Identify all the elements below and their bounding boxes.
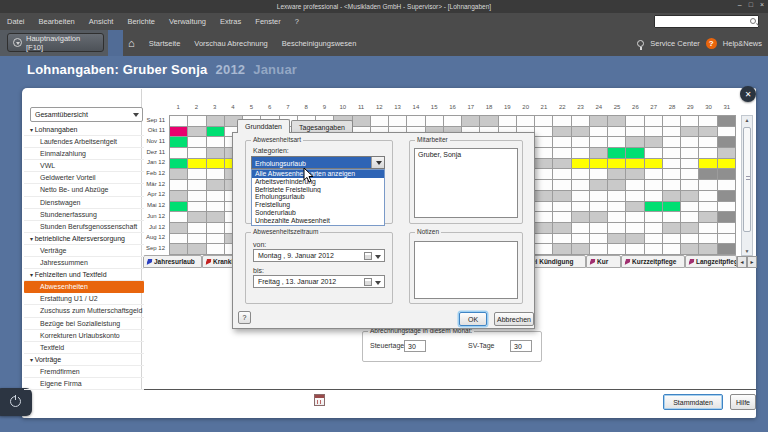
calendar-cell[interactable]: [170, 223, 187, 233]
calendar-cell[interactable]: [681, 137, 698, 147]
calendar-cell[interactable]: [718, 159, 735, 169]
calendar-cell[interactable]: [608, 223, 625, 233]
calendar-cell[interactable]: [553, 127, 570, 137]
bis-datefield[interactable]: Freitag , 13. Januar 2012: [253, 275, 385, 288]
calendar-cell[interactable]: [590, 116, 607, 126]
calendar-cell[interactable]: [663, 212, 680, 222]
dropdown-option-6[interactable]: Unbezahlte Abwesenheit: [252, 217, 384, 225]
calendar-cell[interactable]: [353, 116, 370, 126]
scrollbar-thumb[interactable]: [743, 127, 751, 232]
calendar-cell[interactable]: [590, 127, 607, 137]
notes-textarea[interactable]: [414, 241, 518, 299]
calendar-cell[interactable]: [681, 202, 698, 212]
calendar-cell[interactable]: [572, 202, 589, 212]
calendar-cell[interactable]: [590, 212, 607, 222]
sidebar-item-einmalzahlung[interactable]: Einmalzahlung: [24, 148, 144, 160]
calendar-cell[interactable]: [626, 116, 643, 126]
calendar-cell[interactable]: [590, 202, 607, 212]
panel-close-button[interactable]: ✕: [740, 86, 756, 102]
calendar-cell[interactable]: [718, 223, 735, 233]
calendar-cell[interactable]: [663, 159, 680, 169]
menu-item-verwaltung[interactable]: Verwaltung: [162, 13, 213, 30]
calendar-cell[interactable]: [718, 202, 735, 212]
mini-calendar-icon[interactable]: [314, 394, 325, 406]
calendar-cell[interactable]: [371, 116, 388, 126]
calendar-cell[interactable]: [188, 180, 205, 190]
calendar-cell[interactable]: [681, 148, 698, 158]
calendar-cell[interactable]: [535, 148, 552, 158]
calendar-scrollbar[interactable]: ▲ ▼: [741, 115, 753, 256]
calendar-cell[interactable]: [626, 137, 643, 147]
employee-item[interactable]: Gruber, Sonja: [418, 151, 461, 158]
calendar-cell[interactable]: [699, 159, 716, 169]
calendar-cell[interactable]: [663, 180, 680, 190]
search-input[interactable]: [654, 15, 759, 28]
calendar-cell[interactable]: [553, 202, 570, 212]
calendar-cell[interactable]: [608, 234, 625, 244]
calendar-cell[interactable]: [535, 137, 552, 147]
calendar-cell[interactable]: [188, 244, 205, 254]
calendar-cell[interactable]: [572, 159, 589, 169]
calendar-cell[interactable]: [718, 212, 735, 222]
calendar-cell[interactable]: [626, 180, 643, 190]
calendar-cell[interactable]: [681, 180, 698, 190]
chevron-down-icon[interactable]: [375, 255, 381, 259]
calendar-cell[interactable]: [663, 127, 680, 137]
calendar-cell[interactable]: [480, 116, 497, 126]
sidebar-item-vorträge[interactable]: Vorträge: [24, 354, 144, 366]
calendar-cell[interactable]: [663, 244, 680, 254]
calendar-cell[interactable]: [626, 159, 643, 169]
calendar-cell[interactable]: [663, 148, 680, 158]
home-icon[interactable]: ⌂: [128, 37, 135, 49]
calendar-cell[interactable]: [188, 148, 205, 158]
calendar-cell[interactable]: [663, 223, 680, 233]
calendar-cell[interactable]: [681, 223, 698, 233]
menu-item-extras[interactable]: Extras: [213, 13, 248, 30]
sidebar-item-stunden-berufsgenossenschaft[interactable]: Stunden Berufsgenossenschaft: [24, 221, 144, 233]
calendar-cell[interactable]: [207, 116, 224, 126]
calendar-cell[interactable]: [207, 212, 224, 222]
calendar-cell[interactable]: [663, 137, 680, 147]
calendar-cell[interactable]: [626, 212, 643, 222]
sidebar-item-betriebliche-altersversorgung[interactable]: betriebliche Altersversorgung: [24, 233, 144, 245]
calendar-cell[interactable]: [608, 169, 625, 179]
calendar-cell[interactable]: [608, 148, 625, 158]
calendar-cell[interactable]: [572, 137, 589, 147]
calendar-cell[interactable]: [608, 202, 625, 212]
calendar-cell[interactable]: [535, 159, 552, 169]
calendar-cell[interactable]: [608, 244, 625, 254]
calendar-cell[interactable]: [718, 191, 735, 201]
chevron-down-icon[interactable]: [375, 281, 381, 285]
calendar-cell[interactable]: [663, 169, 680, 179]
calendar-cell[interactable]: [389, 116, 406, 126]
calendar-cell[interactable]: [590, 169, 607, 179]
calendar-cell[interactable]: [699, 169, 716, 179]
sidebar-item-fehlzeiten-und-textfeld[interactable]: Fehlzeiten und Textfeld: [24, 269, 144, 281]
close-icon[interactable]: ×: [760, 1, 764, 8]
calendar-cell[interactable]: [535, 212, 552, 222]
employee-listbox[interactable]: Gruber, Sonja: [414, 148, 518, 218]
calendar-cell[interactable]: [553, 180, 570, 190]
sidebar-item-laufendes-arbeitsentgelt[interactable]: Laufendes Arbeitsentgelt: [24, 136, 144, 148]
calendar-cell[interactable]: [608, 212, 625, 222]
calendar-cell[interactable]: [645, 244, 662, 254]
sidebar-item-verträge[interactable]: Verträge: [24, 245, 144, 257]
calendar-cell[interactable]: [188, 159, 205, 169]
calendar-cell[interactable]: [718, 244, 735, 254]
calendar-cell[interactable]: [207, 127, 224, 137]
calendar-cell[interactable]: [681, 159, 698, 169]
sidebar-item-jahressummen[interactable]: Jahressummen: [24, 257, 144, 269]
calendar-cell[interactable]: [535, 223, 552, 233]
calendar-cell[interactable]: [590, 234, 607, 244]
calendar-cell[interactable]: [699, 234, 716, 244]
calendar-cell[interactable]: [572, 244, 589, 254]
calendar-cell[interactable]: [718, 234, 735, 244]
calendar-cell[interactable]: [170, 244, 187, 254]
calendar-cell[interactable]: [444, 116, 461, 126]
calendar-cell[interactable]: [590, 137, 607, 147]
calendar-cell[interactable]: [207, 180, 224, 190]
sidebar-item-erstattung-u1-u2[interactable]: Erstattung U1 / U2: [24, 293, 144, 305]
dropdown-option-4[interactable]: Freistellung: [252, 201, 384, 209]
calendar-cell[interactable]: [188, 169, 205, 179]
sidebar-item-geldwerter-vorteil[interactable]: Geldwerter Vorteil: [24, 172, 144, 184]
